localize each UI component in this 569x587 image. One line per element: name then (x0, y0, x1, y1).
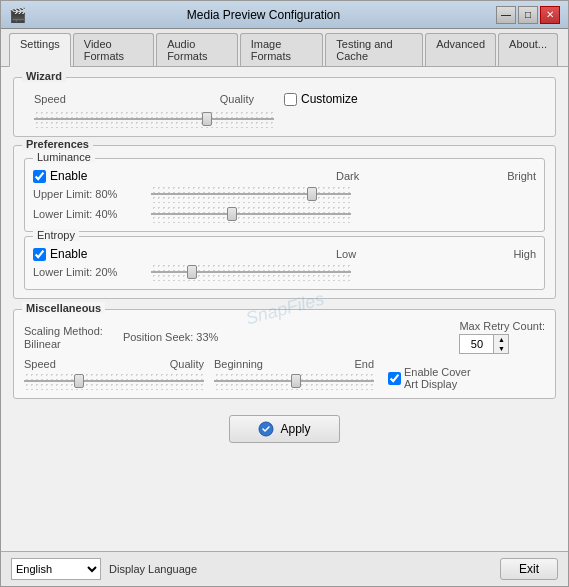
upper-slider-thumb[interactable] (307, 187, 317, 201)
display-language-label: Display Language (109, 563, 492, 575)
close-button[interactable]: ✕ (540, 6, 560, 24)
upper-limit-slider-container (151, 185, 351, 203)
miscellaneous-label: Miscellaneous (22, 302, 105, 314)
luminance-label: Luminance (33, 151, 95, 163)
preferences-section: Preferences Luminance Enable Dark Bright (13, 145, 556, 299)
high-label: High (513, 248, 536, 260)
tab-about[interactable]: About... (498, 33, 558, 66)
misc-row-2: Speed Quality Beginning End (24, 358, 545, 390)
spinbox-up-arrow[interactable]: ▲ (494, 335, 508, 344)
wizard-section: Wizard Speed Quality Customize (13, 77, 556, 137)
sq-slider-track (24, 380, 204, 382)
entropy-lower-limit-label: Lower Limit: 20% (33, 266, 143, 278)
lower-slider-thumb[interactable] (227, 207, 237, 221)
luminance-enable-checkbox[interactable] (33, 170, 46, 183)
retry-value[interactable]: 50 (460, 338, 493, 350)
dark-label: Dark (336, 170, 359, 182)
spinbox-down-arrow[interactable]: ▼ (494, 344, 508, 353)
upper-limit-label: Upper Limit: 80% (33, 188, 143, 200)
title-bar: 🎬 Media Preview Configuration — □ ✕ (1, 1, 568, 29)
customize-label: Customize (301, 92, 358, 106)
scaling-method-value: Bilinear (24, 338, 103, 350)
entropy-enable-label: Enable (50, 247, 87, 261)
entropy-slider-track (151, 271, 351, 273)
beginning-label: Beginning (214, 358, 263, 370)
apply-bar: Apply (13, 407, 556, 447)
app-icon: 🎬 (9, 7, 25, 23)
main-window: 🎬 Media Preview Configuration — □ ✕ Sett… (0, 0, 569, 587)
luminance-enable-label: Enable (50, 169, 87, 183)
lower-limit-row: Lower Limit: 40% (33, 205, 536, 223)
entropy-section: Entropy Enable Low High Lower Limit: 20% (24, 236, 545, 290)
wizard-slider-thumb[interactable] (202, 112, 212, 126)
maximize-button[interactable]: □ (518, 6, 538, 24)
cover-art-label: Enable Cover Art Display (404, 366, 484, 390)
settings-content: Wizard Speed Quality Customize (1, 67, 568, 551)
spinbox-arrows: ▲ ▼ (493, 335, 508, 353)
content-area: Wizard Speed Quality Customize (1, 67, 568, 551)
upper-slider-track (151, 193, 351, 195)
misc-quality-label: Quality (170, 358, 204, 370)
tab-settings[interactable]: Settings (9, 33, 71, 67)
tab-image-formats[interactable]: Image Formats (240, 33, 324, 66)
wizard-speed-label: Speed (34, 93, 66, 105)
cover-art-checkbox[interactable] (388, 372, 401, 385)
tab-audio-formats[interactable]: Audio Formats (156, 33, 238, 66)
scaling-method-label: Scaling Method: (24, 325, 103, 337)
wizard-quality-label: Quality (220, 93, 254, 105)
entropy-lower-limit-row: Lower Limit: 20% (33, 263, 536, 281)
customize-checkbox[interactable] (284, 93, 297, 106)
bright-label: Bright (507, 170, 536, 182)
apply-label: Apply (280, 422, 310, 436)
max-retry-label: Max Retry Count: (459, 320, 545, 332)
lower-slider-track (151, 213, 351, 215)
window-controls: — □ ✕ (496, 6, 560, 24)
exit-button[interactable]: Exit (500, 558, 558, 580)
window-title: Media Preview Configuration (31, 8, 496, 22)
entropy-slider-container (151, 263, 351, 281)
low-label: Low (336, 248, 356, 260)
minimize-button[interactable]: — (496, 6, 516, 24)
upper-limit-row: Upper Limit: 80% (33, 185, 536, 203)
apply-icon (258, 421, 274, 437)
tabs-bar: Settings Video Formats Audio Formats Ima… (1, 29, 568, 67)
tab-video-formats[interactable]: Video Formats (73, 33, 154, 66)
luminance-section: Luminance Enable Dark Bright Upper Limit… (24, 158, 545, 232)
entropy-label: Entropy (33, 229, 79, 241)
position-seek-label: Position Seek: 33% (123, 331, 218, 343)
max-retry-spinbox: 50 ▲ ▼ (459, 334, 509, 354)
misc-row-1: Scaling Method: Bilinear Position Seek: … (24, 320, 545, 354)
bottom-bar: English Display Language Exit (1, 551, 568, 586)
miscellaneous-section: Miscellaneous Scaling Method: Bilinear P… (13, 309, 556, 399)
tab-advanced[interactable]: Advanced (425, 33, 496, 66)
tab-testing-cache[interactable]: Testing and Cache (325, 33, 423, 66)
misc-speed-label: Speed (24, 358, 56, 370)
apply-button[interactable]: Apply (229, 415, 339, 443)
lower-limit-label: Lower Limit: 40% (33, 208, 143, 220)
wizard-slider-track (34, 118, 274, 120)
wizard-label: Wizard (22, 70, 66, 82)
language-select[interactable]: English (11, 558, 101, 580)
entropy-slider-thumb[interactable] (187, 265, 197, 279)
lower-limit-slider-container (151, 205, 351, 223)
preferences-label: Preferences (22, 138, 93, 150)
entropy-enable-checkbox[interactable] (33, 248, 46, 261)
sq-slider-thumb[interactable] (74, 374, 84, 388)
be-slider-thumb[interactable] (291, 374, 301, 388)
end-label: End (354, 358, 374, 370)
